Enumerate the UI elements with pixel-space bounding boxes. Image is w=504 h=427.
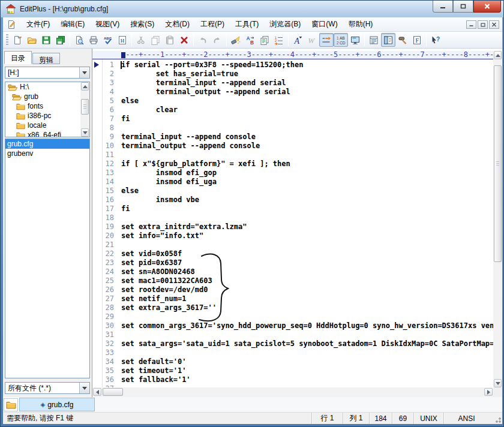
find-icon[interactable] bbox=[229, 33, 243, 47]
tree-scroll-thumb[interactable] bbox=[81, 99, 89, 115]
mdi-minimize-icon[interactable] bbox=[466, 20, 476, 29]
code-line[interactable]: 32set sata_args='sata_uid=1 sata_pcislot… bbox=[92, 339, 493, 348]
directory-window-icon[interactable] bbox=[381, 33, 395, 47]
save-icon[interactable] bbox=[39, 33, 53, 47]
code-line[interactable]: 18 bbox=[92, 214, 493, 222]
user-tools-icon[interactable] bbox=[395, 33, 410, 47]
code-line[interactable]: 21 bbox=[92, 240, 493, 249]
function-list-icon[interactable]: F bbox=[410, 33, 424, 47]
font-icon[interactable]: A bbox=[290, 33, 305, 47]
code-line[interactable]: 1if serial --port=0x3F8 --speed=115200;t… bbox=[92, 61, 493, 70]
code-line[interactable]: 3 terminal_input --append serial bbox=[92, 79, 493, 88]
menu-item[interactable]: 编辑(E) bbox=[55, 17, 90, 32]
tree-item-x8664efi[interactable]: x86_64-efi bbox=[5, 130, 80, 137]
editor-hscrollbar[interactable] bbox=[92, 387, 493, 397]
code-line[interactable]: 26set rootdev=/dev/md0 bbox=[92, 285, 493, 294]
tree-item-i386pc[interactable]: i386-pc bbox=[5, 111, 80, 121]
code-line[interactable]: 9terminal_input --append console bbox=[92, 133, 493, 142]
editor-scroll-right-icon[interactable] bbox=[484, 388, 493, 396]
code-line[interactable]: 6 clear bbox=[92, 106, 493, 115]
resize-grip[interactable] bbox=[489, 413, 502, 424]
menu-item[interactable]: 帮助(H) bbox=[343, 17, 379, 32]
save-all-icon[interactable] bbox=[53, 33, 68, 47]
find-in-files-icon[interactable] bbox=[257, 33, 272, 47]
close-button[interactable] bbox=[473, 1, 501, 13]
document-system-icon[interactable] bbox=[7, 20, 16, 29]
line-numbers-icon[interactable]: 1AB2CD bbox=[334, 33, 348, 47]
tree-item-grub[interactable]: grub bbox=[5, 92, 80, 101]
code-line[interactable]: 20set info="info.txt" bbox=[92, 231, 493, 240]
menu-item[interactable]: 工程(P) bbox=[195, 17, 230, 32]
restore-button[interactable] bbox=[453, 1, 473, 13]
code-line[interactable]: 15else bbox=[92, 187, 493, 196]
menu-item[interactable]: 浏览器(B) bbox=[264, 17, 306, 32]
tree-scroll-down-icon[interactable] bbox=[81, 128, 89, 137]
tree-item-locale[interactable]: locale bbox=[5, 121, 80, 130]
menu-item[interactable]: 工具(T) bbox=[230, 17, 264, 32]
menu-item[interactable]: 视图(V) bbox=[90, 17, 125, 32]
code-line[interactable]: 2 set has_serial=true bbox=[92, 70, 493, 79]
menu-item[interactable]: 搜索(S) bbox=[125, 17, 160, 32]
open-file-icon[interactable] bbox=[25, 33, 39, 47]
toolbar-grip[interactable] bbox=[6, 34, 8, 46]
folder-tree[interactable]: H:\grubfontsi386-pclocalex86_64-efi bbox=[5, 82, 90, 137]
context-help-icon[interactable]: ? bbox=[428, 33, 443, 47]
view-in-browser-icon[interactable] bbox=[348, 33, 362, 47]
replace-icon[interactable]: AB bbox=[243, 33, 257, 47]
code-line[interactable]: 33 bbox=[92, 348, 493, 357]
code-line[interactable]: 13 insmod efi_gop bbox=[92, 169, 493, 178]
tab-directory[interactable]: 目录 bbox=[4, 51, 32, 64]
code-line[interactable]: 7fi bbox=[92, 115, 493, 124]
code-line[interactable]: 36set fallback='1' bbox=[92, 375, 493, 384]
code-line[interactable]: 29 bbox=[92, 312, 493, 321]
code-line[interactable]: 28set extra_args_3617='' bbox=[92, 303, 493, 312]
code-line[interactable]: 16 insmod vbe bbox=[92, 196, 493, 205]
code-line[interactable]: 11 bbox=[92, 151, 493, 160]
mdi-close-icon[interactable] bbox=[489, 20, 499, 29]
delete-icon[interactable] bbox=[177, 33, 191, 47]
goto-line-icon[interactable]: 12 bbox=[272, 33, 286, 47]
print-icon[interactable] bbox=[86, 33, 101, 47]
tree-scroll-up-icon[interactable] bbox=[81, 82, 89, 91]
code-line[interactable]: 30set common_args_3617='syno_hdd_powerup… bbox=[92, 321, 493, 330]
editor-scroll-left-icon[interactable] bbox=[93, 388, 101, 396]
mdi-restore-icon[interactable] bbox=[478, 20, 488, 29]
editor-hscroll-thumb[interactable] bbox=[103, 388, 123, 396]
editor-scroll-down-icon[interactable] bbox=[494, 379, 502, 387]
file-item[interactable]: grubenv bbox=[5, 149, 89, 158]
code-line[interactable]: 34set default='0' bbox=[92, 357, 493, 366]
show-directory-button[interactable] bbox=[4, 398, 18, 411]
code-line[interactable]: 8 bbox=[92, 124, 493, 133]
drive-select-dropdown[interactable] bbox=[79, 67, 89, 78]
code-line[interactable]: 24set sn=A8ODN02468 bbox=[92, 267, 493, 276]
code-line[interactable]: 23set pid=0x6387 bbox=[92, 258, 493, 267]
code-line[interactable]: 35set timeout='1' bbox=[92, 366, 493, 375]
code-line[interactable]: 17fi bbox=[92, 205, 493, 214]
code-line[interactable]: 4 terminal_output --append serial bbox=[92, 88, 493, 97]
menu-item[interactable]: 文档(D) bbox=[160, 17, 195, 32]
menu-item[interactable]: 文件(F) bbox=[21, 17, 55, 32]
tab-grub-cfg[interactable]: ◈ grub.cfg bbox=[19, 398, 95, 411]
tab-cliptext[interactable]: 剪辑 bbox=[32, 53, 60, 64]
file-item[interactable]: grub.cfg bbox=[5, 139, 89, 149]
code-line[interactable]: 27set netif_num=1 bbox=[92, 294, 493, 303]
tree-item-fonts[interactable]: fonts bbox=[5, 101, 80, 111]
editor-pane[interactable]: ----+----1----+----2----+----3----+----4… bbox=[92, 49, 502, 397]
file-filter-select[interactable]: 所有文件 (*.*) bbox=[5, 382, 90, 394]
new-file-icon[interactable] bbox=[10, 33, 25, 47]
tree-item-h[interactable]: H:\ bbox=[5, 82, 80, 92]
code-line[interactable]: 10terminal_output --append console bbox=[92, 142, 493, 151]
file-list[interactable]: grub.cfggrubenv bbox=[5, 139, 90, 378]
code-line[interactable]: 31 bbox=[92, 330, 493, 339]
print-preview-icon[interactable] bbox=[72, 33, 86, 47]
cliptext-window-icon[interactable] bbox=[367, 33, 381, 47]
show-ruler-icon[interactable] bbox=[319, 33, 334, 47]
code-line[interactable]: 12if [ x"${grub_platform}" = xefi ]; the… bbox=[92, 160, 493, 169]
code-line[interactable]: 5else bbox=[92, 97, 493, 106]
spell-check-icon[interactable]: ABC bbox=[101, 33, 115, 47]
editor-scroll-up-icon[interactable] bbox=[494, 51, 502, 59]
minimize-button[interactable] bbox=[433, 1, 453, 13]
editor-vscroll-thumb[interactable] bbox=[494, 65, 502, 262]
code-line[interactable]: 19set extra_initrd="extra.lzma" bbox=[92, 222, 493, 231]
text-area[interactable]: 1if serial --port=0x3F8 --speed=115200;t… bbox=[92, 59, 493, 387]
